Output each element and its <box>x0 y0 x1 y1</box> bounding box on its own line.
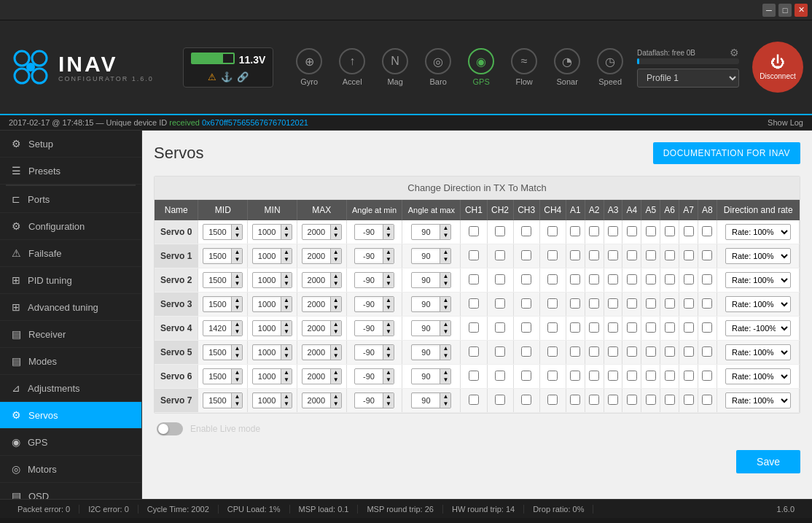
checkbox-cell-7-2[interactable] <box>513 389 539 413</box>
checkbox-cell-5-11[interactable] <box>698 341 717 365</box>
mid-down-2[interactable]: ▼ <box>231 280 242 287</box>
checkbox-0-8[interactable] <box>646 226 656 236</box>
max-up-4[interactable]: ▲ <box>330 321 341 328</box>
settings-gear-icon[interactable]: ⚙ <box>730 47 739 58</box>
checkbox-cell-4-3[interactable] <box>539 317 566 341</box>
checkbox-1-3[interactable] <box>547 250 558 260</box>
checkbox-cell-5-8[interactable] <box>641 341 660 365</box>
angle-max-input-4[interactable] <box>412 322 440 334</box>
checkbox-cell-5-5[interactable] <box>585 341 604 365</box>
checkbox-cell-2-6[interactable] <box>604 268 622 293</box>
checkbox-0-7[interactable] <box>627 226 637 236</box>
checkbox-cell-6-5[interactable] <box>585 365 604 389</box>
angle-min-input-7[interactable] <box>355 395 383 406</box>
checkbox-2-8[interactable] <box>646 274 656 284</box>
max-up-7[interactable]: ▲ <box>330 393 341 400</box>
min-up-4[interactable]: ▲ <box>281 321 292 328</box>
checkbox-2-10[interactable] <box>684 274 694 284</box>
angle-min-up-2[interactable]: ▲ <box>383 273 394 280</box>
checkbox-2-3[interactable] <box>547 274 558 284</box>
checkbox-cell-1-8[interactable] <box>641 244 660 268</box>
checkbox-5-0[interactable] <box>469 346 479 357</box>
angle-max-up-2[interactable]: ▲ <box>440 273 450 280</box>
mid-down-5[interactable]: ▼ <box>231 352 242 360</box>
checkbox-cell-4-9[interactable] <box>660 317 679 341</box>
checkbox-6-3[interactable] <box>547 371 558 381</box>
checkbox-cell-7-11[interactable] <box>698 389 717 413</box>
angle-min-up-5[interactable]: ▲ <box>383 345 394 352</box>
angle-min-input-2[interactable] <box>355 274 383 286</box>
min-2[interactable]: ▲▼ <box>248 268 297 293</box>
rate-select-5[interactable]: Rate: -100%Rate: -75%Rate: -50%Rate: -25… <box>725 344 791 360</box>
checkbox-cell-3-10[interactable] <box>679 293 698 317</box>
angle-max-down-1[interactable]: ▼ <box>440 256 450 263</box>
mid-up-7[interactable]: ▲ <box>231 393 242 400</box>
angle-min-2[interactable]: ▲▼ <box>346 268 402 293</box>
checkbox-cell-0-1[interactable] <box>487 220 513 244</box>
mid-input-6[interactable] <box>203 371 231 382</box>
checkbox-7-5[interactable] <box>589 395 599 405</box>
angle-max-input-5[interactable] <box>412 346 440 358</box>
checkbox-0-2[interactable] <box>521 226 531 236</box>
min-1[interactable]: ▲▼ <box>248 244 297 268</box>
checkbox-6-5[interactable] <box>589 371 599 381</box>
max-input-7[interactable] <box>302 395 330 406</box>
checkbox-3-4[interactable] <box>570 298 580 309</box>
checkbox-4-0[interactable] <box>469 322 479 333</box>
max-down-4[interactable]: ▼ <box>330 328 341 336</box>
min-down-1[interactable]: ▼ <box>281 256 292 263</box>
checkbox-6-10[interactable] <box>684 371 694 381</box>
checkbox-cell-2-1[interactable] <box>487 268 513 293</box>
checkbox-cell-7-4[interactable] <box>566 389 585 413</box>
min-down-5[interactable]: ▼ <box>281 352 292 360</box>
rate-select-6[interactable]: Rate: -100%Rate: -75%Rate: -50%Rate: -25… <box>725 368 791 384</box>
checkbox-cell-5-0[interactable] <box>461 341 487 365</box>
angle-max-0[interactable]: ▲▼ <box>402 220 461 244</box>
min-up-0[interactable]: ▲ <box>281 225 292 232</box>
checkbox-cell-3-7[interactable] <box>622 293 641 317</box>
sidebar-item-adjustments[interactable]: ⊿ Adjustments <box>0 375 141 402</box>
checkbox-2-5[interactable] <box>589 274 599 284</box>
checkbox-cell-0-6[interactable] <box>604 220 622 244</box>
mid-up-6[interactable]: ▲ <box>231 369 242 376</box>
min-input-7[interactable] <box>253 395 281 406</box>
angle-min-up-4[interactable]: ▲ <box>383 321 394 328</box>
sidebar-item-osd[interactable]: ▤ OSD <box>0 483 141 499</box>
checkbox-cell-0-4[interactable] <box>566 220 585 244</box>
min-up-6[interactable]: ▲ <box>281 369 292 376</box>
checkbox-cell-0-2[interactable] <box>513 220 539 244</box>
angle-max-input-2[interactable] <box>412 274 440 286</box>
sidebar-item-motors[interactable]: ◎ Motors <box>0 456 141 483</box>
checkbox-cell-1-11[interactable] <box>698 244 717 268</box>
checkbox-1-1[interactable] <box>495 250 505 260</box>
angle-max-input-3[interactable] <box>412 298 440 310</box>
checkbox-cell-1-9[interactable] <box>660 244 679 268</box>
angle-max-3[interactable]: ▲▼ <box>402 293 461 317</box>
angle-max-4[interactable]: ▲▼ <box>402 317 461 341</box>
min-up-7[interactable]: ▲ <box>281 393 292 400</box>
checkbox-cell-6-8[interactable] <box>641 365 660 389</box>
checkbox-cell-2-7[interactable] <box>622 268 641 293</box>
min-down-0[interactable]: ▼ <box>281 232 292 239</box>
angle-min-up-3[interactable]: ▲ <box>383 297 394 304</box>
min-up-3[interactable]: ▲ <box>281 297 292 304</box>
checkbox-4-8[interactable] <box>646 322 656 333</box>
angle-min-6[interactable]: ▲▼ <box>346 365 402 389</box>
checkbox-cell-1-4[interactable] <box>566 244 585 268</box>
checkbox-cell-6-3[interactable] <box>539 365 566 389</box>
checkbox-cell-6-2[interactable] <box>513 365 539 389</box>
checkbox-cell-7-10[interactable] <box>679 389 698 413</box>
checkbox-cell-1-2[interactable] <box>513 244 539 268</box>
checkbox-cell-7-5[interactable] <box>585 389 604 413</box>
checkbox-3-2[interactable] <box>521 298 531 309</box>
checkbox-cell-3-8[interactable] <box>641 293 660 317</box>
min-up-1[interactable]: ▲ <box>281 249 292 256</box>
mid-up-3[interactable]: ▲ <box>231 297 242 304</box>
show-log-button[interactable]: Show Log <box>768 118 803 127</box>
max-0[interactable]: ▲▼ <box>297 220 346 244</box>
angle-max-down-4[interactable]: ▼ <box>440 328 450 336</box>
angle-min-input-4[interactable] <box>355 322 383 334</box>
checkbox-1-2[interactable] <box>521 250 531 260</box>
angle-min-down-1[interactable]: ▼ <box>383 256 394 263</box>
checkbox-cell-4-11[interactable] <box>698 317 717 341</box>
